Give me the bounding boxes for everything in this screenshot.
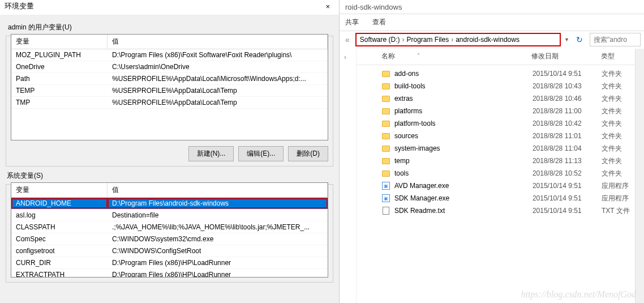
table-row[interactable]: OneDriveC:\Users\admin\OneDrive xyxy=(11,61,328,73)
var-name: TMP xyxy=(11,97,108,108)
tab-view[interactable]: 查看 xyxy=(372,18,386,27)
list-item[interactable]: system-images2018/8/28 11:04文件夹 xyxy=(381,142,644,155)
var-name: CURR_DIR xyxy=(11,258,108,268)
table-row[interactable]: EXTRACTPATHD:\Program Files (x86)\HP\Loa… xyxy=(11,269,328,277)
file-date: 2015/10/14 9:51 xyxy=(533,194,602,202)
table-row[interactable]: ANDROID_HOMED:\Program Files\android-sdk… xyxy=(11,198,328,210)
file-date: 2018/8/28 10:46 xyxy=(533,95,602,103)
file-name: build-tools xyxy=(394,82,533,90)
watermark: https://blog.csdn.net/MenofGod xyxy=(521,289,636,300)
window-title-text: roid-sdk-windows xyxy=(345,3,402,11)
var-name: TEMP xyxy=(11,86,108,96)
file-date: 2018/8/28 11:00 xyxy=(533,107,602,115)
var-name: CLASSPATH xyxy=(11,222,108,232)
table-row[interactable]: ComSpecC:\WINDOWS\system32\cmd.exe xyxy=(11,233,328,245)
file-name: extras xyxy=(394,95,533,103)
folder-icon xyxy=(381,82,391,91)
var-value: Destination=file xyxy=(108,210,328,220)
file-name: sources xyxy=(394,132,533,140)
table-row[interactable]: configsetrootC:\WINDOWS\ConfigSetRoot xyxy=(11,245,328,257)
scrollbar[interactable] xyxy=(635,49,644,303)
breadcrumb-dropdown-icon[interactable]: ▼ xyxy=(564,37,569,42)
file-list-header: 名称 ˆ 修改日期 类型 xyxy=(357,48,644,65)
breadcrumb-segment[interactable]: Software (D:) xyxy=(360,36,400,44)
var-value: %USERPROFILE%\AppData\Local\Microsoft\Wi… xyxy=(108,74,328,84)
user-delete-button[interactable]: 删除(D) xyxy=(288,146,328,161)
explorer-title: roid-sdk-windows xyxy=(340,0,644,14)
grid-header: 变量 值 xyxy=(11,183,328,198)
file-date: 2018/8/28 11:13 xyxy=(533,157,602,165)
user-new-button[interactable]: 新建(N)... xyxy=(188,146,234,161)
file-date: 2015/10/14 9:51 xyxy=(533,70,602,78)
var-value: D:\Program Files\android-sdk-windows xyxy=(108,198,328,208)
folder-icon xyxy=(381,119,391,128)
file-date: 2018/8/28 10:42 xyxy=(533,120,602,127)
var-name: MOZ_PLUGIN_PATH xyxy=(11,50,108,60)
folder-icon xyxy=(381,156,391,165)
col-variable[interactable]: 变量 xyxy=(11,35,108,49)
file-name: SDK Manager.exe xyxy=(394,194,533,202)
tab-share[interactable]: 共享 xyxy=(345,18,359,27)
file-date: 2018/8/28 11:04 xyxy=(533,144,602,152)
exe-icon: ▣ xyxy=(381,194,391,203)
env-var-dialog: 环境变量 × admin 的用户变量(U) 变量 值 MOZ_PLUGIN_PA… xyxy=(0,0,340,303)
list-item[interactable]: build-tools2018/8/28 10:43文件夹 xyxy=(381,80,644,92)
col-value[interactable]: 值 xyxy=(108,183,328,197)
var-value: C:\WINDOWS\ConfigSetRoot xyxy=(108,246,328,256)
file-name: add-ons xyxy=(394,70,533,78)
list-item[interactable]: extras2018/8/28 10:46文件夹 xyxy=(381,92,644,105)
col-date[interactable]: 修改日期 xyxy=(531,52,601,61)
folder-icon xyxy=(381,131,391,140)
table-row[interactable]: CLASSPATH.;%JAVA_HOME%\lib;%JAVA_HOME%\l… xyxy=(11,221,328,233)
table-row[interactable]: MOZ_PLUGIN_PATHD:\Program Files (x86)\Fo… xyxy=(11,49,328,61)
file-date: 2015/10/14 9:51 xyxy=(533,182,602,190)
file-name: platforms xyxy=(394,107,533,115)
grid-header: 变量 值 xyxy=(11,35,328,49)
file-name: SDK Readme.txt xyxy=(394,207,533,215)
var-value: %USERPROFILE%\AppData\Local\Temp xyxy=(108,86,328,96)
sys-vars-grid[interactable]: 变量 值 ANDROID_HOMED:\Program Files\androi… xyxy=(11,182,328,278)
list-item[interactable]: temp2018/8/28 11:13文件夹 xyxy=(381,155,644,167)
col-value[interactable]: 值 xyxy=(108,35,328,49)
chevron-right-icon: › xyxy=(402,36,404,44)
user-vars-grid[interactable]: 变量 值 MOZ_PLUGIN_PATHD:\Program Files (x8… xyxy=(11,34,328,140)
list-item[interactable]: ▣SDK Manager.exe2015/10/14 9:51应用程序 xyxy=(381,192,644,204)
txt-icon xyxy=(381,206,391,215)
list-item[interactable]: add-ons2015/10/14 9:51文件夹 xyxy=(381,67,644,80)
var-name: ComSpec xyxy=(11,234,108,244)
col-name[interactable]: 名称 xyxy=(381,52,395,61)
user-edit-button[interactable]: 编辑(E)... xyxy=(238,146,284,161)
table-row[interactable]: TEMP%USERPROFILE%\AppData\Local\Temp xyxy=(11,85,328,97)
list-item[interactable]: platforms2018/8/28 11:00文件夹 xyxy=(381,105,644,117)
file-name: AVD Manager.exe xyxy=(394,182,533,190)
list-item[interactable]: SDK Readme.txt2015/10/14 9:51TXT 文件 xyxy=(381,204,644,217)
table-row[interactable]: Path%USERPROFILE%\AppData\Local\Microsof… xyxy=(11,73,328,85)
breadcrumb[interactable]: Software (D:) › Program Files › android-… xyxy=(355,33,561,46)
user-button-row: 新建(N)... 编辑(E)... 删除(D) xyxy=(11,146,328,161)
list-item[interactable]: sources2018/8/28 11:01文件夹 xyxy=(381,130,644,142)
table-row[interactable]: CURR_DIRD:\Program Files (x86)\HP\LoadRu… xyxy=(11,257,328,269)
file-date: 2015/10/14 9:51 xyxy=(533,207,602,215)
folder-icon xyxy=(381,144,391,153)
list-item[interactable]: tools2018/8/28 10:52文件夹 xyxy=(381,167,644,180)
chevron-right-icon: › xyxy=(451,36,453,44)
ribbon-tabs: 共享 查看 xyxy=(340,14,644,31)
history-dropdown-icon[interactable]: « xyxy=(343,35,352,44)
refresh-icon[interactable]: ↻ xyxy=(573,35,586,44)
col-variable[interactable]: 变量 xyxy=(11,183,108,197)
breadcrumb-segment[interactable]: Program Files xyxy=(406,36,449,44)
file-date: 2018/8/28 10:52 xyxy=(533,169,602,177)
list-item[interactable]: platform-tools2018/8/28 10:42文件夹 xyxy=(381,117,644,130)
search-input[interactable] xyxy=(590,33,641,46)
list-item[interactable]: ▣AVD Manager.exe2015/10/14 9:51应用程序 xyxy=(381,180,644,192)
breadcrumb-segment[interactable]: android-sdk-windows xyxy=(456,36,520,44)
close-icon[interactable]: × xyxy=(322,2,333,11)
table-row[interactable]: TMP%USERPROFILE%\AppData\Local\Temp xyxy=(11,97,328,109)
tree-collapse-icon[interactable]: › xyxy=(340,49,356,66)
user-vars-label: admin 的用户变量(U) xyxy=(8,23,339,32)
dialog-title: 环境变量 xyxy=(5,1,34,11)
file-date: 2018/8/28 10:43 xyxy=(533,82,602,90)
var-value: C:\WINDOWS\system32\cmd.exe xyxy=(108,234,328,244)
table-row[interactable]: asl.logDestination=file xyxy=(11,210,328,221)
folder-icon xyxy=(381,106,391,116)
